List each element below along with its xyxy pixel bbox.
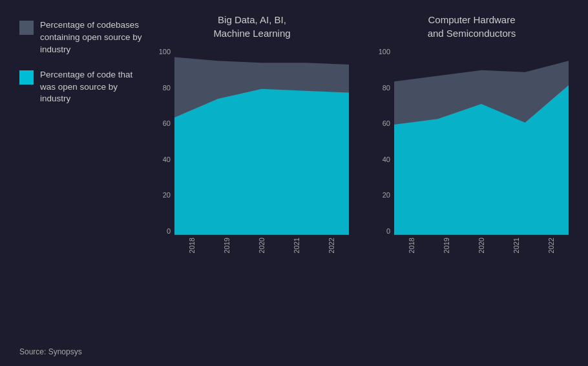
x-axis-1: 2018 2019 2020 2021 2022: [174, 235, 349, 253]
teal-area-1: [174, 89, 349, 235]
chart-title-2: Computer Hardware and Semiconductors: [428, 13, 516, 40]
legend-label-2: Percentage of code that was open source …: [40, 69, 149, 106]
chart-svg-2: [394, 48, 569, 235]
chart-block-1: Big Data, AI, BI, Machine Learning 0 20 …: [155, 13, 349, 253]
legend-box-dark: [19, 21, 34, 35]
chart-svg-container-1: 2018 2019 2020 2021 2022: [174, 48, 349, 253]
y-axis-2: 0 20 40 60 80 100: [375, 48, 394, 235]
content-area: Percentage of codebases containing open …: [19, 13, 569, 342]
y-axis-1: 0 20 40 60 80 100: [155, 48, 174, 235]
chart-svg-container-2: 2018 2019 2020 2021 2022: [394, 48, 569, 253]
main-container: Percentage of codebases containing open …: [0, 0, 588, 366]
charts-area: Big Data, AI, BI, Machine Learning 0 20 …: [155, 13, 569, 342]
legend-label-1: Percentage of codebases containing open …: [40, 19, 149, 56]
chart-title-1: Big Data, AI, BI, Machine Learning: [213, 13, 290, 40]
source-label: Source: Synopsys: [19, 347, 82, 356]
legend-box-teal: [19, 70, 34, 85]
chart-svg-1: [174, 48, 349, 235]
chart-area-2: 0 20 40 60 80 100: [375, 48, 569, 253]
chart-area-1: 0 20 40 60 80 100: [155, 48, 349, 253]
legend-item-1: Percentage of codebases containing open …: [19, 19, 149, 56]
legend-item-2: Percentage of code that was open source …: [19, 69, 149, 106]
legend: Percentage of codebases containing open …: [19, 13, 149, 342]
chart-block-2: Computer Hardware and Semiconductors 0 2…: [375, 13, 569, 253]
x-axis-2: 2018 2019 2020 2021 2022: [394, 235, 569, 253]
